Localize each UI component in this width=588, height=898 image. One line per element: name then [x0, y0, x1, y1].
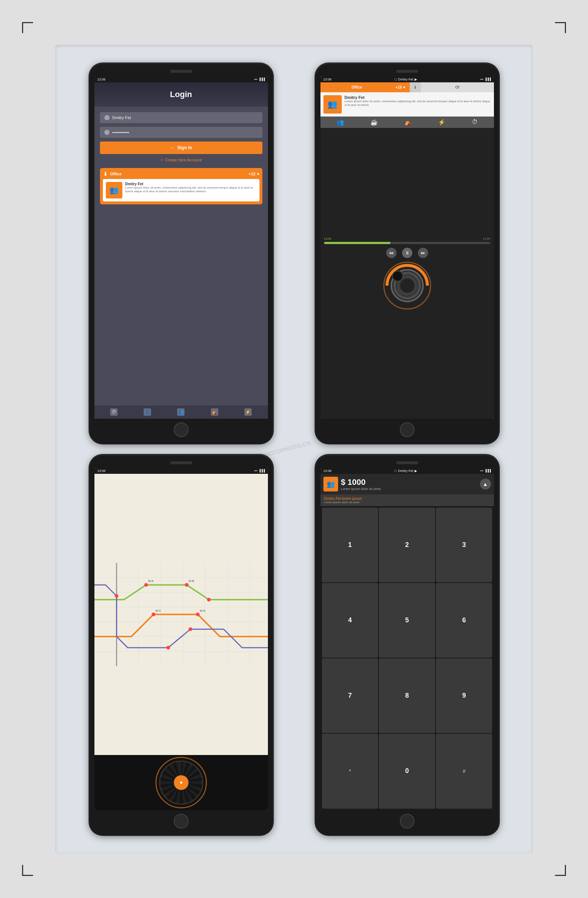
nav-clock-icon[interactable]: ⏱ [110, 408, 118, 416]
key-7[interactable]: 7 [322, 658, 378, 733]
phone-1-home-btn[interactable] [174, 422, 189, 437]
next-btn[interactable]: ⏭ [418, 248, 428, 258]
speaker-center [392, 271, 403, 281]
phone-3-signal: ▪▪▪ ▐▐▐ [254, 469, 265, 472]
phone-2-status-bar: 13:06 □ Dmitry Fet ▶ ▪▪▪ ▐▐▐ [321, 77, 494, 82]
corner-marker-tl [22, 22, 33, 33]
signal-icon: ▐▐▐ [258, 78, 265, 81]
battery-icon: ▪▪▪ [254, 78, 258, 81]
vinyl-label [174, 775, 189, 790]
phone-4-screen: 13:06 □ Dmitry Fet ▶ ▪▪▪ ▐▐▐ [321, 468, 494, 810]
nav-tent-icon[interactable]: ⛺ [211, 408, 218, 416]
phone-4-home-btn[interactable] [400, 814, 415, 829]
svg-text:St D: St D [200, 609, 206, 612]
music-progress-fill [324, 242, 391, 244]
svg-point-14 [144, 583, 148, 587]
username-value: Dmitry Fet [112, 115, 131, 120]
battery-3-icon: ▪▪▪ [254, 469, 258, 472]
card-icon-box: 👥 [106, 182, 122, 198]
office-card-body: 👥 Dmitry Fet Lorem ipsum dolor sit amet,… [103, 179, 259, 201]
social-tabs: Office +15 ♥ 🌡 Of [321, 82, 494, 92]
key-3[interactable]: 3 [436, 507, 492, 582]
pause-btn[interactable]: ⏸ [402, 248, 412, 258]
phone-2-speaker [396, 70, 418, 73]
music-time-start: 13:06 [324, 237, 332, 240]
phone-2-social: 13:06 □ Dmitry Fet ▶ ▪▪▪ ▐▐▐ Office [315, 63, 499, 444]
plus-count: +13 [249, 172, 255, 176]
prev-btn[interactable]: ⏮ [386, 248, 396, 258]
office-card: 🌡 Office +13 ♥ 👥 [100, 168, 263, 205]
map-svg: St A St B St C St D [94, 474, 268, 755]
social-screen: Office +15 ♥ 🌡 Of 👥 [321, 82, 494, 419]
key-4[interactable]: 4 [322, 583, 378, 658]
corner-marker-tr [555, 22, 566, 33]
card-user-name: Dmitry Fet [125, 182, 256, 186]
action-people-icon[interactable]: 👥 [337, 119, 344, 126]
thermometer-icon: 🌡 [103, 171, 108, 177]
svg-point-15 [185, 583, 189, 587]
phone-3-speaker [170, 461, 192, 464]
people-icon: 👥 [109, 186, 119, 194]
lock-icon [104, 130, 109, 135]
nav-group-icon[interactable]: 👥 [177, 408, 184, 416]
phone-1-status-bar: 13:06 ▪▪▪ ▐▐▐ [94, 77, 268, 82]
heart-tab-icon: ♥ [403, 85, 405, 89]
play-icon: ▶ [415, 78, 417, 81]
key-0[interactable]: 0 [379, 734, 435, 808]
key-2[interactable]: 2 [379, 507, 435, 582]
key-8[interactable]: 8 [379, 658, 435, 733]
key-star[interactable]: * [322, 734, 378, 808]
main-card: 13:06 ▪▪▪ ▐▐▐ Login Dmitry Fet [55, 45, 533, 853]
signin-label: Sign In [178, 145, 192, 150]
music-player-mini: 13:06 13:06 ⏮ ⏸ ⏭ [321, 128, 494, 419]
keypad-app-screen: 👥 $ 1000 Lorem ipsum dolor sit amet ▲ Dm… [321, 474, 494, 810]
phone-1-status-icons: ▪▪▪ ▐▐▐ [254, 78, 265, 81]
profile-avatar: 👥 [323, 95, 342, 114]
nav-people-icon[interactable]: 👤 [144, 408, 151, 416]
action-clock-icon[interactable]: ⏱ [472, 119, 478, 126]
phone-2-home-btn[interactable] [400, 422, 415, 437]
avatar-people-icon: 👥 [327, 100, 337, 109]
nav-lightning-icon[interactable]: ⚡ [244, 408, 252, 416]
map-area: St A St B St C St D [94, 474, 268, 755]
login-screen: Login Dmitry Fet •••••••••••• [94, 82, 268, 419]
phone-3-time: 13:06 [97, 469, 106, 473]
phone-2-signal: ▪▪▪ ▐▐▐ [481, 78, 491, 81]
key-1[interactable]: 1 [322, 507, 378, 582]
phone-4-header-info: □ Dmitry Fet ▶ [395, 469, 418, 473]
vinyl-center-dot [180, 781, 182, 784]
create-account-button[interactable]: + Create New Account [100, 158, 263, 162]
battery-2-icon: ▪▪▪ [481, 78, 484, 81]
keypad-profile-row: 👥 $ 1000 Lorem ipsum dolor sit amet ▲ [321, 474, 494, 494]
action-coffee-icon[interactable]: ☕ [370, 119, 378, 126]
tab-of[interactable]: Of [421, 82, 494, 92]
monitor-icon: □ [395, 78, 396, 81]
key-9[interactable]: 9 [436, 658, 492, 733]
card-user-desc: Lorem ipsum dolor sit amet, consectetur … [125, 186, 256, 194]
tab-thermometer[interactable]: 🌡 [410, 82, 421, 92]
action-tent-icon[interactable]: ⛺ [404, 119, 411, 126]
up-button[interactable]: ▲ [480, 478, 491, 490]
key-5[interactable]: 5 [379, 583, 435, 658]
keypad-info-row: Dmitry Fet lorem ipsum Lorem ipsum dolor… [321, 494, 494, 506]
key-6[interactable]: 6 [436, 583, 492, 658]
password-field[interactable]: •••••••••••• [100, 127, 263, 138]
signal-4-icon: ▐▐▐ [484, 469, 491, 472]
action-lightning-icon[interactable]: ⚡ [438, 119, 445, 126]
tab-office[interactable]: Office [321, 82, 394, 92]
office-label: Office [110, 172, 122, 176]
card-text: Dmitry Fet Lorem ipsum dolor sit amet, c… [125, 182, 256, 198]
key-hash[interactable]: # [436, 734, 492, 808]
phone-3-map: 13:06 ▪▪▪ ▐▐▐ [89, 455, 273, 835]
phone-3-home-btn[interactable] [174, 814, 189, 829]
svg-point-18 [196, 612, 200, 616]
signin-button[interactable]: → Sign In [100, 141, 263, 154]
create-account-label: Create New Account [165, 158, 202, 162]
phone-1-login: 13:06 ▪▪▪ ▐▐▐ Login Dmitry Fet [89, 63, 273, 444]
phone-2-header-name: Dmitry Fet [398, 78, 413, 81]
phone-4-header-name: Dmitry Fet [398, 469, 413, 473]
plus-icon: + [160, 158, 163, 162]
login-title: Login [170, 90, 192, 99]
username-field[interactable]: Dmitry Fet [100, 112, 263, 123]
speaker-visual-container [383, 262, 431, 309]
